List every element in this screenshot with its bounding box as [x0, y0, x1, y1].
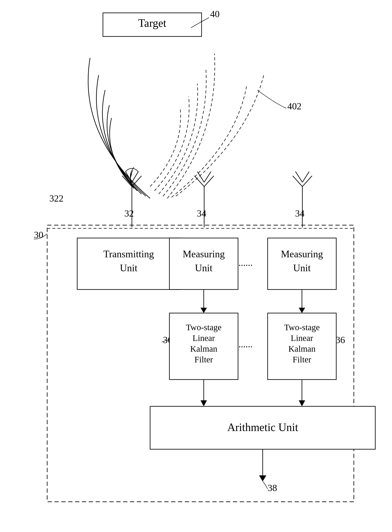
measuring-unit-1-label-1: Measuring	[183, 248, 225, 259]
kf1-label-1: Two-stage	[186, 322, 222, 332]
wave-dashed-4	[163, 69, 206, 196]
mu1-antenna-right	[204, 176, 214, 187]
kf2-label-4: Filter	[293, 355, 311, 364]
au-output-arrow	[259, 475, 266, 481]
ref-36b: 36	[336, 335, 345, 345]
ref-322: 322	[49, 193, 64, 204]
kf1-label-4: Filter	[195, 355, 213, 364]
measuring-unit-1-label-2: Unit	[195, 262, 213, 273]
ref-34a: 34	[197, 208, 206, 219]
ref-40: 40	[210, 9, 219, 19]
mu2-to-kf2-arrow	[299, 308, 305, 313]
wave-dashed-1	[150, 107, 181, 187]
wave-dashed-7	[176, 75, 264, 196]
measuring-unit-2-label-1: Measuring	[281, 248, 323, 259]
mu1-antenna-left2	[197, 172, 204, 182]
kf1-label-3: Kalman	[190, 344, 217, 354]
ref-38-line	[263, 481, 268, 489]
kf2-label-3: Kalman	[289, 344, 316, 354]
kf1-label-2: Linear	[193, 333, 215, 343]
ref-32: 32	[124, 208, 134, 219]
mu2-antenna-left	[293, 176, 302, 187]
wave-solid-2	[107, 105, 137, 191]
transmitting-unit-label-1: Transmitting	[103, 248, 154, 259]
mu1-to-kf1-arrow	[201, 308, 207, 313]
diagram-container: Target 40 402 322 30 32 Transmitting Uni…	[0, 0, 392, 532]
mu1-antenna-right2	[204, 172, 211, 182]
dots-horizontal-2: ......	[238, 339, 253, 350]
wave-dashed-6	[172, 86, 247, 197]
mu2-antenna-right2	[302, 172, 309, 182]
dots-horizontal-1: ......	[238, 257, 253, 268]
mu1-antenna-left	[195, 176, 204, 187]
kf1-to-au-arrow	[201, 400, 207, 406]
wave-solid-1	[110, 118, 133, 187]
wave-solid-4	[96, 75, 146, 196]
kf2-to-au-arrow	[299, 400, 305, 406]
ref-402: 402	[287, 101, 302, 112]
target-label: Target	[138, 17, 166, 29]
wave-solid-3	[103, 90, 141, 194]
arithmetic-unit-label: Arithmetic Unit	[227, 421, 298, 433]
transmitting-unit-label-2: Unit	[120, 262, 137, 273]
ref-38: 38	[268, 483, 277, 493]
mu2-antenna-right	[302, 176, 312, 187]
ref-34b: 34	[295, 208, 304, 219]
measuring-unit-2-label-2: Unit	[293, 262, 311, 273]
wave-solid-5	[88, 58, 150, 198]
mu2-antenna-left2	[295, 172, 302, 182]
ref-402-line	[257, 90, 286, 108]
tx-antenna-right	[132, 176, 141, 187]
kf2-label-1: Two-stage	[284, 322, 320, 332]
wave-dashed-3	[159, 84, 198, 194]
kf2-label-2: Linear	[291, 333, 313, 343]
